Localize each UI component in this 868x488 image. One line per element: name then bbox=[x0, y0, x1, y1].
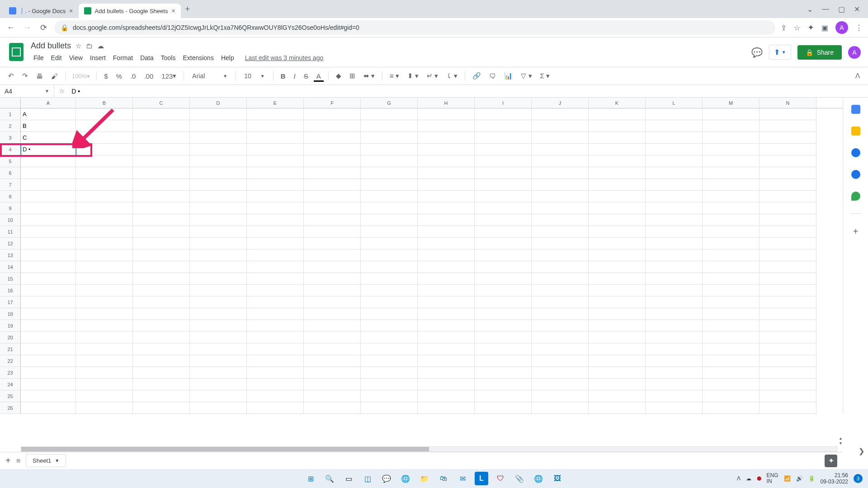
cell[interactable] bbox=[361, 249, 418, 261]
back-button[interactable]: ← bbox=[5, 23, 16, 33]
cell[interactable] bbox=[247, 238, 304, 249]
cell[interactable] bbox=[76, 355, 133, 367]
tray-chevron-icon[interactable]: ᐱ bbox=[737, 475, 741, 482]
cell[interactable] bbox=[760, 390, 816, 402]
menu-edit[interactable]: Edit bbox=[48, 52, 65, 63]
cell[interactable] bbox=[133, 108, 190, 120]
cell[interactable] bbox=[190, 144, 247, 155]
cell[interactable] bbox=[532, 343, 589, 355]
maps-addon-icon[interactable] bbox=[851, 192, 860, 201]
cell[interactable] bbox=[361, 402, 418, 414]
sidepanel-icon[interactable]: ▣ bbox=[821, 23, 828, 32]
cell[interactable] bbox=[475, 296, 532, 308]
cell[interactable] bbox=[475, 226, 532, 238]
cell[interactable] bbox=[532, 273, 589, 285]
row-header[interactable]: 15 bbox=[0, 273, 21, 285]
cell[interactable] bbox=[646, 108, 703, 120]
column-header[interactable]: F bbox=[304, 98, 361, 108]
cell[interactable] bbox=[418, 167, 475, 179]
cell[interactable] bbox=[361, 273, 418, 285]
cell[interactable] bbox=[646, 355, 703, 367]
cell[interactable] bbox=[703, 191, 760, 202]
cell[interactable] bbox=[76, 332, 133, 343]
cell[interactable] bbox=[646, 332, 703, 343]
cell[interactable] bbox=[361, 155, 418, 167]
cell[interactable] bbox=[21, 390, 76, 402]
cell[interactable] bbox=[532, 308, 589, 320]
cell[interactable] bbox=[21, 238, 76, 249]
cell[interactable] bbox=[21, 402, 76, 414]
cell[interactable] bbox=[190, 308, 247, 320]
cell[interactable] bbox=[76, 402, 133, 414]
cell[interactable] bbox=[646, 191, 703, 202]
cell[interactable] bbox=[247, 202, 304, 214]
cell[interactable] bbox=[190, 132, 247, 144]
cell[interactable] bbox=[589, 355, 646, 367]
h-align-button[interactable]: ≡ ▾ bbox=[387, 70, 402, 82]
menu-file[interactable]: File bbox=[31, 52, 47, 63]
cell[interactable] bbox=[760, 226, 816, 238]
cell[interactable] bbox=[76, 179, 133, 191]
cell[interactable] bbox=[304, 332, 361, 343]
cell[interactable] bbox=[76, 343, 133, 355]
cell[interactable] bbox=[703, 202, 760, 214]
cell[interactable] bbox=[589, 379, 646, 390]
cell[interactable] bbox=[475, 308, 532, 320]
cell[interactable] bbox=[361, 355, 418, 367]
more-formats-button[interactable]: 123▾ bbox=[159, 70, 179, 82]
cell[interactable] bbox=[247, 273, 304, 285]
cell[interactable] bbox=[532, 155, 589, 167]
move-icon[interactable]: 🗀 bbox=[86, 42, 93, 50]
cell[interactable] bbox=[475, 285, 532, 296]
cell[interactable] bbox=[418, 320, 475, 332]
cell[interactable] bbox=[646, 202, 703, 214]
cell[interactable] bbox=[21, 296, 76, 308]
cell[interactable] bbox=[589, 367, 646, 379]
cell[interactable] bbox=[247, 343, 304, 355]
cell[interactable] bbox=[133, 132, 190, 144]
cell[interactable] bbox=[76, 132, 133, 144]
cell[interactable] bbox=[589, 343, 646, 355]
cell[interactable] bbox=[532, 167, 589, 179]
decrease-decimal-button[interactable]: .0 bbox=[127, 70, 139, 82]
cell[interactable] bbox=[475, 120, 532, 132]
language-indicator[interactable]: ENGIN bbox=[767, 473, 778, 484]
cell[interactable] bbox=[475, 332, 532, 343]
cell[interactable] bbox=[247, 285, 304, 296]
cell[interactable] bbox=[646, 343, 703, 355]
cell[interactable] bbox=[76, 191, 133, 202]
cell[interactable] bbox=[247, 320, 304, 332]
cell[interactable] bbox=[190, 273, 247, 285]
row-header[interactable]: 19 bbox=[0, 320, 21, 332]
cell[interactable]: B bbox=[21, 120, 76, 132]
cell[interactable] bbox=[418, 238, 475, 249]
cell[interactable] bbox=[418, 367, 475, 379]
cell[interactable] bbox=[76, 390, 133, 402]
close-icon[interactable]: × bbox=[171, 7, 175, 14]
contacts-addon-icon[interactable] bbox=[851, 170, 860, 179]
cell[interactable] bbox=[532, 249, 589, 261]
cell[interactable] bbox=[760, 155, 816, 167]
cell[interactable] bbox=[304, 238, 361, 249]
cell[interactable] bbox=[703, 108, 760, 120]
cell[interactable] bbox=[475, 238, 532, 249]
cell[interactable] bbox=[646, 285, 703, 296]
cell[interactable] bbox=[133, 238, 190, 249]
cell[interactable] bbox=[532, 202, 589, 214]
redo-button[interactable]: ↷ bbox=[19, 70, 31, 82]
cell[interactable] bbox=[589, 108, 646, 120]
column-header[interactable]: N bbox=[760, 98, 816, 108]
cell[interactable] bbox=[133, 226, 190, 238]
calendar-addon-icon[interactable] bbox=[851, 105, 860, 114]
font-size-select[interactable]: 10▼ bbox=[241, 72, 268, 80]
cell[interactable] bbox=[418, 308, 475, 320]
cell[interactable] bbox=[703, 332, 760, 343]
cell[interactable] bbox=[475, 390, 532, 402]
cell[interactable] bbox=[418, 296, 475, 308]
cell[interactable] bbox=[532, 261, 589, 273]
cell[interactable] bbox=[760, 144, 816, 155]
row-header[interactable]: 9 bbox=[0, 202, 21, 214]
cell[interactable] bbox=[304, 191, 361, 202]
cell[interactable] bbox=[190, 285, 247, 296]
cell[interactable] bbox=[589, 144, 646, 155]
